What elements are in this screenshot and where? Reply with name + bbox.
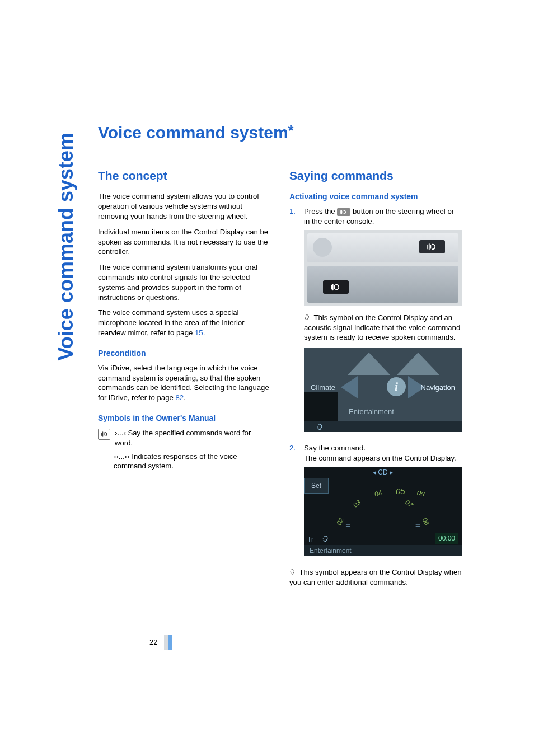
time-display: 00:00 — [435, 533, 458, 544]
ear-icon — [289, 569, 296, 575]
precondition-p: Via iDrive, select the language in which… — [98, 363, 270, 403]
step-1-number: 1. — [289, 206, 299, 217]
heading-saying: Saying commands — [289, 168, 462, 184]
concept-p1: The voice command system allows you to c… — [98, 191, 270, 221]
page-link-82[interactable]: 82 — [176, 393, 184, 402]
step-1-body: Press the button on the steering wheel o… — [304, 206, 462, 439]
concept-p4: The voice command system uses a special … — [98, 308, 270, 337]
right-column: Saying commands Activating voice command… — [289, 168, 462, 593]
steps-list: 1. Press the button on the steering whee… — [289, 206, 462, 563]
concept-p2: Individual menu items on the Control Dis… — [98, 227, 270, 257]
step1-note-text: This symbol on the Control Display and a… — [304, 313, 460, 342]
heading-precondition: Precondition — [98, 348, 270, 359]
title-asterisk: * — [288, 122, 294, 139]
symbol-2-text: ››...‹‹ Indicates responses of the voice… — [114, 452, 270, 472]
step2-text-b: The command appears on the Control Displ… — [304, 454, 456, 462]
figure-steering-button — [304, 230, 462, 306]
page-link-15[interactable]: 15 — [195, 328, 203, 337]
menu-entertainment: Entertainment — [349, 407, 394, 417]
menu-info-icon: i — [387, 377, 406, 396]
step-2-body: Say the command. The command appears on … — [304, 443, 462, 563]
precond-p5b: . — [184, 393, 186, 402]
step1-note: This symbol on the Control Display and a… — [304, 313, 462, 342]
step1-text-a: Press the — [304, 207, 337, 215]
concept-p4b: . — [203, 328, 205, 337]
step2-note-text: This symbol appears on the Control Displ… — [289, 568, 462, 586]
concept-p4a: The voice command system uses a special … — [98, 308, 245, 337]
step-2-number: 2. — [289, 443, 299, 453]
cd-dial: 02 03 04 05 06 07 08 ≡ ≡ — [323, 483, 443, 533]
voice-icon — [426, 243, 438, 251]
voice-icon — [98, 429, 110, 440]
heading-symbols: Symbols in the Owner's Manual — [98, 413, 270, 424]
heading-activating: Activating voice command system — [289, 191, 462, 202]
page-number: 22 — [98, 638, 164, 646]
ear-icon — [316, 423, 324, 431]
figure-cd-display: ◂ CD ▸ Set 02 03 04 05 06 07 — [304, 467, 462, 556]
manual-page: Voice command system Voice command syste… — [0, 0, 534, 756]
page-footer: 22 — [98, 635, 462, 650]
side-tab-label: Voice command system — [54, 133, 78, 361]
voice-glyph — [100, 430, 108, 438]
menu-climate: Climate — [311, 383, 335, 393]
menu-navigation: Navigation — [421, 383, 455, 393]
concept-p3: The voice command system transforms your… — [98, 262, 270, 302]
side-tab: Voice command system — [52, 125, 80, 360]
title-text: Voice command system — [98, 123, 288, 142]
footer-bar-blue — [168, 635, 172, 650]
step-2: 2. Say the command. The command appears … — [289, 443, 462, 563]
ear-icon — [322, 535, 330, 543]
tr-label: Tr — [307, 535, 313, 544]
voice-button-icon — [337, 208, 350, 216]
footer-bar-grey — [164, 635, 168, 650]
ear-icon — [304, 314, 311, 321]
cd-header: ◂ CD ▸ — [304, 467, 462, 478]
step2-text-a: Say the command. — [304, 444, 366, 452]
columns: The concept The voice command system all… — [98, 168, 462, 593]
heading-concept: The concept — [98, 168, 270, 184]
page-title: Voice command system* — [98, 123, 462, 142]
symbol-row-1: ›...‹ Say the specified commands word fo… — [98, 428, 270, 448]
step-1: 1. Press the button on the steering whee… — [289, 206, 462, 439]
symbol-1-text: ›...‹ Say the specified commands word fo… — [115, 428, 270, 448]
page-content: Voice command system* The concept The vo… — [98, 123, 462, 593]
entertainment-bar: Entertainment — [304, 545, 462, 556]
left-column: The concept The voice command system all… — [98, 168, 270, 593]
figure-control-display-menu: Climate Navigation i Entertainment — [304, 348, 462, 432]
voice-icon — [330, 283, 342, 291]
step2-note: This symbol appears on the Control Displ… — [289, 567, 462, 588]
